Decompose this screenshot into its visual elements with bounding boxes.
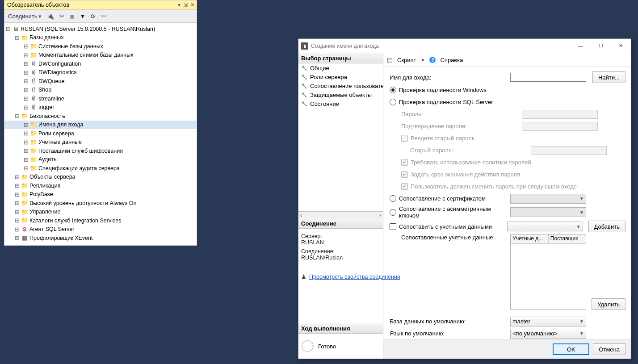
script-dropdown-icon[interactable]: ▼	[421, 58, 425, 63]
activity-icon[interactable]: 〰	[99, 12, 109, 21]
tree-node[interactable]: 📁Учетные данные	[4, 138, 197, 147]
tree-node[interactable]: 📁Аудиты	[4, 155, 197, 164]
tree-node[interactable]: 📁PolyBase	[4, 190, 197, 199]
expander-icon[interactable]	[13, 113, 21, 119]
tree-node[interactable]: 🛢DWDiagnostics	[4, 68, 197, 77]
minimize-button[interactable]: —	[571, 39, 591, 53]
expander-icon[interactable]	[13, 183, 21, 188]
map-cred-check[interactable]	[390, 223, 396, 230]
help-button[interactable]: Справка	[440, 57, 463, 63]
tree-node[interactable]: 🛢DWConfiguration	[4, 59, 197, 68]
expander-icon[interactable]	[13, 174, 21, 180]
page-item[interactable]: 🔧Сопоставление пользователей	[298, 81, 383, 90]
connect-button[interactable]: Соединить▾	[6, 12, 43, 21]
remove-button[interactable]: Удалить	[592, 298, 625, 310]
map-asym-radio[interactable]	[390, 209, 396, 216]
expander-icon[interactable]	[22, 139, 29, 145]
win-auth-radio[interactable]	[390, 87, 396, 93]
col-credential[interactable]: Учетные д...	[511, 234, 549, 243]
expander-icon[interactable]	[22, 148, 29, 154]
expander-icon[interactable]	[22, 61, 29, 67]
connect-icon[interactable]: 🔌	[45, 12, 56, 21]
tree-node[interactable]: 🛢DWQueue	[4, 77, 197, 86]
tree-node[interactable]: 📁Имена для входа	[4, 121, 197, 130]
tree-node[interactable]: 📁Системные базы данных	[4, 42, 197, 51]
expander-icon[interactable]	[22, 78, 29, 84]
close-button[interactable]: ✕	[611, 39, 631, 53]
close-icon[interactable]: ✕	[190, 2, 195, 8]
cancel-button[interactable]: Отмена	[593, 343, 625, 355]
maximize-button[interactable]: ☐	[591, 39, 611, 53]
dialog-right-pane: ▤ Скрипт ▼ ? Справка Имя для входа: Найт…	[383, 53, 631, 359]
tree-node[interactable]: 📁Моментальные снимки базы данных	[4, 51, 197, 60]
scroll-left-icon[interactable]: ‹	[298, 212, 304, 218]
disconnect-icon[interactable]: ✂	[58, 12, 66, 21]
scroll-right-icon[interactable]: ›	[378, 212, 383, 218]
object-explorer-tree[interactable]: 🖥RUSLAN (SQL Server 15.0.2000.5 - RUSLAN…	[4, 23, 197, 244]
tree-node[interactable]: ▦Профилировщик XEvent	[4, 234, 197, 243]
sql-auth-radio[interactable]	[390, 99, 396, 105]
expander-icon[interactable]	[22, 165, 29, 171]
expander-icon[interactable]	[22, 87, 29, 93]
tree-node[interactable]: 📁Каталоги служб Integration Services	[4, 216, 197, 225]
refresh-icon[interactable]: ⟳	[89, 12, 97, 21]
pin-icon[interactable]: ⇲	[183, 2, 188, 8]
tree-node[interactable]: 📁Управление	[4, 208, 197, 217]
page-item[interactable]: 🔧Защищаемые объекты	[298, 90, 383, 99]
expander-icon[interactable]	[22, 70, 29, 75]
expander-icon[interactable]	[22, 122, 29, 128]
tree-node[interactable]: 📁Объекты сервера	[4, 173, 197, 182]
left-scrollbar[interactable]: ‹›	[298, 211, 383, 218]
expander-icon[interactable]	[22, 105, 29, 110]
expander-icon[interactable]	[13, 218, 21, 223]
script-button[interactable]: Скрипт	[397, 57, 416, 63]
page-item[interactable]: 🔧Состояние	[298, 99, 383, 108]
add-button[interactable]: Добавить	[588, 221, 625, 232]
tree-node[interactable]: 📁Репликация	[4, 181, 197, 190]
login-name-input[interactable]	[510, 73, 586, 82]
tree-node[interactable]: 📁Высокий уровень доступности Always On	[4, 199, 197, 208]
mapped-creds-table[interactable]: Учетные д... Поставщик	[510, 234, 586, 310]
tree-node[interactable]: 🛢trigger	[4, 103, 197, 112]
expander-icon[interactable]	[13, 226, 21, 232]
dialog-titlebar[interactable]: ▮ Создание имени для входа — ☐ ✕	[298, 39, 631, 53]
find-button[interactable]: Найти...	[592, 71, 625, 83]
tree-node[interactable]: 📁Роли сервера	[4, 129, 197, 138]
script-icon[interactable]: ▤	[387, 56, 393, 63]
tree-node-label: Аудиты	[38, 156, 58, 163]
expander-icon[interactable]	[13, 235, 21, 241]
expander-icon[interactable]	[13, 209, 21, 215]
expander-icon[interactable]	[13, 200, 21, 206]
map-cert-radio[interactable]	[390, 195, 396, 202]
ok-button[interactable]: OK	[553, 343, 589, 355]
default-db-combo[interactable]: master▼	[510, 317, 586, 326]
tree-node-label: Роли сервера	[38, 130, 74, 137]
page-item[interactable]: 🔧Общие	[298, 63, 383, 72]
filter-icon[interactable]: ▼	[78, 12, 88, 21]
expander-icon[interactable]	[13, 35, 21, 41]
expander-icon[interactable]	[22, 43, 29, 49]
tree-node[interactable]: 📁Базы данных	[4, 33, 197, 42]
tree-node[interactable]: 🖥RUSLAN (SQL Server 15.0.2000.5 - RUSLAN…	[4, 25, 197, 33]
stop-icon[interactable]: ◼	[68, 12, 76, 21]
cred-combo[interactable]: ▼	[507, 222, 583, 231]
expander-icon[interactable]	[22, 157, 29, 163]
help-icon[interactable]: ?	[429, 57, 436, 63]
dropdown-icon[interactable]: ▾	[178, 2, 180, 8]
page-item[interactable]: 🔧Роли сервера	[298, 72, 383, 81]
expander-icon[interactable]	[22, 96, 29, 101]
expander-icon[interactable]	[22, 52, 29, 58]
tree-node[interactable]: 📁Безопасность	[4, 112, 197, 121]
tree-node[interactable]: 🛢Shop	[4, 86, 197, 95]
wrench-icon: 🔧	[301, 83, 307, 89]
tree-node[interactable]: 📁Поставщики служб шифрования	[4, 146, 197, 155]
tree-node[interactable]: ⚙Агент SQL Server	[4, 225, 197, 234]
expander-icon[interactable]	[13, 192, 21, 197]
expander-icon[interactable]	[4, 26, 12, 32]
tree-node[interactable]: 🛢streamline	[4, 94, 197, 103]
col-provider[interactable]: Поставщик	[549, 234, 586, 243]
view-connection-props[interactable]: ♟ Просмотреть свойства соединения	[298, 272, 383, 282]
default-lang-combo[interactable]: <по умолчанию>▼	[510, 329, 586, 339]
tree-node[interactable]: 📁Спецификации аудита сервера	[4, 164, 197, 173]
expander-icon[interactable]	[22, 130, 29, 136]
